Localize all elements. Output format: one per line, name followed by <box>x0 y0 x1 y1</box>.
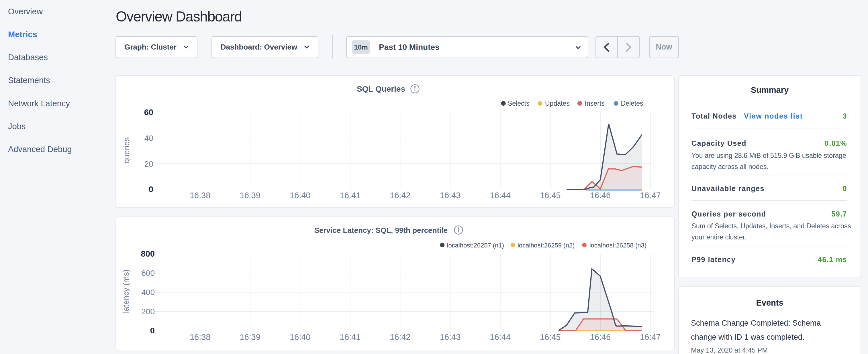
svg-text:16:42: 16:42 <box>390 332 411 342</box>
svg-text:16:38: 16:38 <box>190 191 211 200</box>
svg-text:40: 40 <box>145 134 153 142</box>
svg-text:16:44: 16:44 <box>490 191 510 200</box>
svg-text:400: 400 <box>141 288 155 297</box>
svg-text:60: 60 <box>144 108 153 117</box>
svg-text:16:41: 16:41 <box>340 332 361 342</box>
svg-text:16:40: 16:40 <box>290 332 311 342</box>
svg-text:SQL Queries: SQL Queries <box>357 85 405 93</box>
svg-text:16:44: 16:44 <box>490 332 510 342</box>
svg-text:Selects: Selects <box>508 100 529 107</box>
svg-text:Inserts: Inserts <box>585 100 604 107</box>
svg-text:200: 200 <box>141 307 155 316</box>
svg-text:16:47: 16:47 <box>640 332 661 342</box>
svg-text:800: 800 <box>141 249 155 258</box>
svg-text:16:39: 16:39 <box>240 332 260 342</box>
svg-text:16:43: 16:43 <box>440 191 461 200</box>
svg-text:16:45: 16:45 <box>540 332 561 342</box>
svg-text:600: 600 <box>141 269 155 278</box>
svg-text:Deletes: Deletes <box>621 100 643 107</box>
svg-text:16:47: 16:47 <box>640 191 661 200</box>
svg-text:localhost:26259 (n2): localhost:26259 (n2) <box>518 242 575 249</box>
svg-text:localhost:26258 (n3): localhost:26258 (n3) <box>589 242 647 249</box>
svg-text:latency (ms): latency (ms) <box>122 269 130 313</box>
svg-text:0: 0 <box>150 326 155 335</box>
svg-text:16:41: 16:41 <box>340 191 361 200</box>
svg-text:16:39: 16:39 <box>240 191 260 200</box>
svg-text:16:46: 16:46 <box>590 191 611 200</box>
svg-text:16:45: 16:45 <box>540 191 561 200</box>
svg-text:16:40: 16:40 <box>290 191 311 200</box>
svg-text:16:38: 16:38 <box>190 332 211 342</box>
svg-text:16:42: 16:42 <box>390 191 411 200</box>
svg-text:20: 20 <box>145 160 153 168</box>
svg-text:16:46: 16:46 <box>590 332 611 342</box>
svg-text:0: 0 <box>149 185 153 194</box>
svg-text:Service Latency: SQL, 99th per: Service Latency: SQL, 99th percentile <box>314 226 447 234</box>
svg-text:localhost:26257 (n1): localhost:26257 (n1) <box>447 242 504 249</box>
svg-text:16:43: 16:43 <box>440 332 461 342</box>
svg-text:queries: queries <box>122 137 131 164</box>
svg-text:Updates: Updates <box>545 100 570 107</box>
